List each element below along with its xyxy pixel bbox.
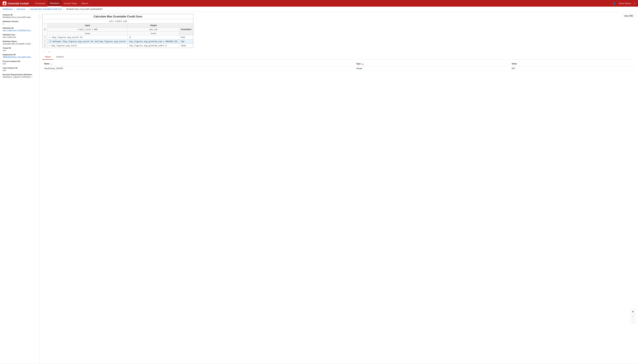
sidebar-instance-id: Instance ID: 6fcdde6c-62ca-11ea-bd3f-cea… (3, 14, 37, 18)
sidebar-def-key: Definition Key: calc-credit-sum (3, 34, 37, 38)
map-controls: ⊕ + − (631, 309, 635, 324)
view-drd-button[interactable]: View DRD (622, 14, 635, 18)
sidebar-def-name: Definition Name: Calculate Max Grantable… (3, 40, 37, 45)
sep2: » (27, 8, 28, 10)
sidebar-toggle[interactable]: ‹ (38, 14, 41, 18)
brand[interactable]: Camunda Cockpit (3, 2, 29, 5)
tab-outputs[interactable]: Outputs (53, 54, 66, 60)
label-tenant-id: Tenant ID: (3, 47, 37, 49)
label-def-name: Definition Name: (3, 40, 37, 42)
sidebar-deployment-id: Deployment ID: 45bfe0a0-62ca-11ea-bd3f-c… (3, 54, 37, 58)
label-instance-id: Instance ID: (3, 14, 37, 16)
breadcrumb-instance-id: 6fcdde6c-62ca-11ea-bd3f-cea93adde967 (66, 8, 103, 10)
content: View DRD Calculate Max Grantable Credit … (40, 12, 638, 364)
io-value: 800 (510, 66, 635, 71)
sep3: » (64, 8, 65, 10)
value-def-version: 1 (3, 23, 37, 25)
dmn-row-output: 0 (128, 35, 179, 40)
sidebar-tenant-id: Tenant ID: null (3, 47, 37, 52)
map-zoom-out-button[interactable]: − (631, 319, 635, 324)
col-name-header[interactable]: Name ▲ (42, 62, 354, 66)
sidebar-process-instance-id: Process Instance ID: null (3, 60, 37, 65)
brand-label: Camunda Cockpit (8, 2, 29, 5)
dmn-input-header: Input (47, 24, 128, 28)
nav-decisions[interactable]: Decisions (48, 0, 62, 7)
dmn-row-output: key_figures.avg_granted_sum = 405450.215 (128, 40, 179, 44)
dmn-table-wrapper: Calculate Max Grantable Credit Sum calc-… (42, 14, 625, 48)
tabs-bar: Inputs Outputs (42, 54, 635, 60)
io-table-row: InputClause_192h5l5 Integer 800 (42, 66, 635, 71)
sidebar-def-id: Definition ID: calc-credit-sum:1:45f150e… (3, 27, 37, 32)
main-nav: Processes Decisions Human Tasks More ▾ (33, 0, 91, 7)
io-name: InputClause_192h5l5 (42, 66, 354, 71)
dmn-row-annotation: Fair (179, 40, 193, 44)
dmn-container: Calculate Max Grantable Credit Sum calc-… (42, 14, 193, 48)
breadcrumb-dashboard[interactable]: Dashboard (3, 8, 13, 10)
dmn-row-input: < (key_figures.avg_score*.8) (47, 35, 128, 40)
io-table-container: Name ▲ Type ▬ Value InputClause_192h5l5 … (42, 62, 635, 71)
label-def-key: Definition Key: (3, 34, 37, 36)
nav-human-tasks[interactable]: Human Tasks (62, 0, 80, 7)
main-layout: ‹ Instance ID: 6fcdde6c-62ca-11ea-bd3f-c… (0, 12, 638, 364)
user-icon: 👤 (613, 2, 615, 5)
dmn-hit-policy: U (43, 24, 48, 35)
value-deployment-id[interactable]: 45bfe0a0-62ca-11ea-bd3f-cea9... (3, 56, 37, 58)
breadcrumb: Dashboard » Decisions » Calculate Max Gr… (0, 7, 638, 12)
breadcrumb-definition[interactable]: Calculate Max Grantable Credit Sum (30, 8, 62, 10)
dmn-output-sub: max_sum (128, 28, 179, 32)
map-zoom-in-button[interactable]: + (631, 314, 635, 319)
label-case-instance-id: Case Instance ID: (3, 67, 37, 69)
name-sort-icon: ▲ (51, 63, 53, 65)
value-def-id[interactable]: calc-credit-sum:1:45f150e4-62c... (3, 30, 37, 32)
io-type: Integer (354, 66, 510, 71)
value-instance-id: 6fcdde6c-62ca-11ea-bd3f-cea9... (3, 16, 37, 18)
dmn-row-num: 1 (43, 35, 48, 40)
map-move-button[interactable]: ⊕ (631, 309, 635, 314)
dmn-output-header: Output (128, 24, 179, 28)
dmn-row-annotation: Good (179, 44, 193, 48)
dmn-row-3: 3 > key_figures.avg_score key_figures.av… (43, 44, 193, 48)
value-process-instance-id: null (3, 62, 37, 65)
dmn-key: calc-credit-sum (43, 19, 193, 24)
value-tenant-id: null (3, 49, 37, 52)
label-deployment-id: Deployment ID: (3, 54, 37, 56)
tab-inputs[interactable]: Inputs (42, 54, 53, 60)
dmn-row-num: 3 (43, 44, 48, 48)
sidebar-case-instance-id: Case Instance ID: null (3, 67, 37, 72)
label-process-instance-id: Process Instance ID: (3, 60, 37, 62)
user-label: Demo Demo (619, 2, 631, 5)
dmn-output-type: double (128, 32, 179, 35)
type-sort-icon: ▬ (362, 63, 364, 65)
value-drd: Definitions_1dqmri3:1:45f102c2-... (3, 76, 37, 78)
expand-resize-button[interactable]: ⤢ (47, 50, 51, 54)
col-value-header: Value (510, 62, 635, 66)
label-def-id: Definition ID: (3, 27, 37, 29)
dmn-row-num: 2 (43, 40, 48, 44)
expand-up-button[interactable]: ↑ (42, 50, 46, 54)
col-type-header[interactable]: Type ▬ (354, 62, 510, 66)
io-table: Name ▲ Type ▬ Value InputClause_192h5l5 … (42, 62, 635, 71)
dmn-input-sub: credit_score = 800 (47, 28, 128, 32)
dmn-title: Calculate Max Grantable Credit Sum (43, 14, 193, 19)
camunda-logo (3, 2, 6, 5)
nav-more[interactable]: More ▾ (79, 0, 91, 7)
value-def-name: Calculate Max Grantable Credit ... (3, 43, 37, 45)
dmn-row-output: key_figures.avg_granted_sum*1.5 (128, 44, 179, 48)
dmn-annotation-header: Annotation (179, 24, 193, 35)
dmn-input-type: integer (47, 32, 128, 35)
sidebar-drd: Decision Requirements Definition: Defini… (3, 74, 37, 78)
value-def-key: calc-credit-sum (3, 36, 37, 38)
sidebar: ‹ Instance ID: 6fcdde6c-62ca-11ea-bd3f-c… (0, 12, 40, 364)
expand-controls: ↑ ⤢ (42, 48, 635, 54)
dmn-row-input: > key_figures.avg_score (47, 44, 128, 48)
label-def-version: Definition Version: (3, 20, 37, 22)
sep1: » (14, 8, 15, 10)
dmn-row-1: 1 < (key_figures.avg_score*.8) 0 Poor (43, 35, 193, 40)
dmn-row-input: (? between (key_figures.avg_score*.8) an… (47, 40, 128, 44)
nav-processes[interactable]: Processes (33, 0, 48, 7)
breadcrumb-decisions[interactable]: Decisions (17, 8, 25, 10)
home-icon[interactable]: ⌂ (634, 2, 635, 5)
navbar: Camunda Cockpit Processes Decisions Huma… (0, 0, 638, 7)
sidebar-def-version: Definition Version: 1 (3, 20, 37, 25)
navbar-right: 👤 Demo Demo ⌂ (613, 2, 635, 5)
